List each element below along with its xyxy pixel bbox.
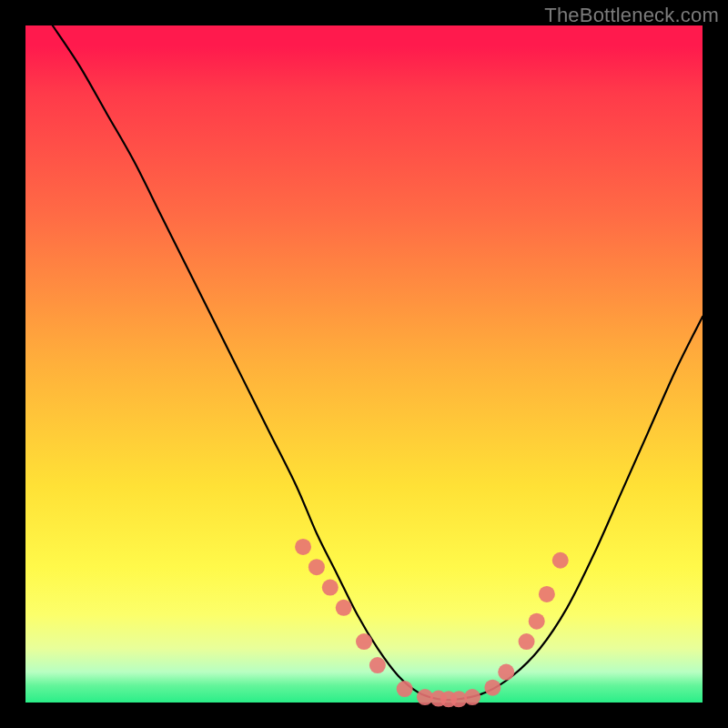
marker-dot <box>498 664 514 681</box>
marker-dot <box>539 586 555 602</box>
chart-svg <box>25 25 703 703</box>
plot-area <box>25 25 703 703</box>
marker-dot <box>464 689 480 705</box>
chart-frame: TheBottleneck.com <box>0 0 728 728</box>
bottleneck-curve <box>53 25 703 700</box>
marker-dot <box>397 681 413 697</box>
marker-dot <box>484 680 500 696</box>
marker-dot <box>295 539 311 555</box>
marker-dot <box>322 580 339 596</box>
marker-dot <box>552 552 569 569</box>
watermark-text: TheBottleneck.com <box>544 4 719 27</box>
marker-group <box>295 539 569 707</box>
marker-dot <box>308 559 325 575</box>
marker-dot <box>519 633 535 650</box>
marker-dot <box>369 657 386 673</box>
marker-dot <box>336 600 352 616</box>
marker-dot <box>356 633 372 650</box>
marker-dot <box>529 613 545 630</box>
